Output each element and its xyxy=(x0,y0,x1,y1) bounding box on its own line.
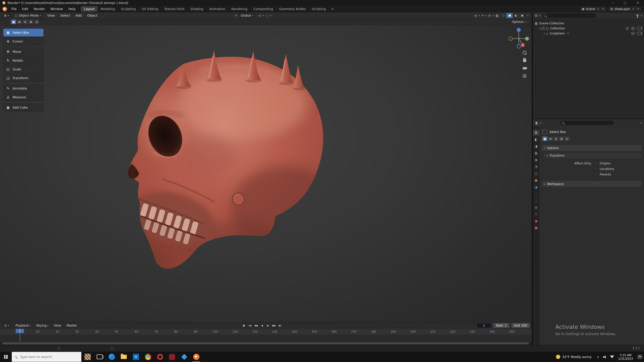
tool-select-mode-extend-icon[interactable]: ⊞ xyxy=(548,137,553,141)
mode-dropdown[interactable]: ▢ Object Mode ▾ xyxy=(13,13,43,18)
menu-window[interactable]: Window xyxy=(48,7,66,11)
menu-edit[interactable]: Edit xyxy=(19,7,31,11)
snap-dropdown-icon[interactable]: ▾ xyxy=(263,14,264,17)
properties-tab-object[interactable]: ▣ xyxy=(533,177,539,183)
expander-icon[interactable]: ▾ xyxy=(539,27,541,30)
properties-search-input[interactable] xyxy=(560,121,614,125)
outliner-row-icosphere[interactable]: ▸△Icosphere▽ xyxy=(533,31,644,36)
search-input[interactable] xyxy=(19,355,78,359)
taskbar-app-media[interactable] xyxy=(166,352,178,362)
render-visibility-checkbox[interactable]: ✓ xyxy=(626,27,629,30)
skull-model[interactable] xyxy=(125,48,326,275)
workspace-tab-scripting[interactable]: Scripting xyxy=(309,6,329,12)
transport-play-reverse[interactable]: ◀ xyxy=(260,324,264,327)
tool-select-box[interactable]: ▦Select Box xyxy=(3,29,44,36)
properties-tab-tool[interactable]: ⚙ xyxy=(533,130,539,135)
close-button[interactable]: ✕ xyxy=(631,0,644,6)
workspace-tab-uv-editing[interactable]: UV Editing xyxy=(139,6,161,12)
menu-help[interactable]: Help xyxy=(66,7,78,11)
taskbar-app-gem[interactable] xyxy=(178,352,190,362)
network-icon[interactable] xyxy=(609,355,616,358)
section-transform[interactable]: ▾ Transform xyxy=(544,153,641,158)
properties-tab-material[interactable]: ◉ xyxy=(533,218,539,224)
expander-icon[interactable]: ▸ xyxy=(544,32,545,35)
scene-selector[interactable]: ▣ Scene + ✕ xyxy=(580,7,607,11)
properties-tab-modifiers[interactable]: ◪ xyxy=(533,184,539,190)
new-scene-button[interactable]: + xyxy=(597,7,600,11)
chevron-down-icon[interactable]: ▾ xyxy=(479,14,480,17)
tool-transform[interactable]: ◲Transform xyxy=(3,74,44,82)
unlink-scene-button[interactable]: ✕ xyxy=(601,7,605,11)
timeline-editor-selector[interactable]: ◷ ▾ xyxy=(2,323,11,328)
chevron-down-icon[interactable]: ▾ xyxy=(640,122,641,124)
workspace-tab-shading[interactable]: Shading xyxy=(187,6,206,12)
checkbox-locations[interactable] xyxy=(594,167,598,171)
tool-rotate[interactable]: ↻Rotate xyxy=(3,57,44,64)
viewport-menu-select[interactable]: Select xyxy=(58,14,73,17)
properties-tab-view-layer[interactable]: ▥ xyxy=(533,150,539,156)
shading-material-button[interactable]: ◐ xyxy=(513,13,519,18)
timeline-track[interactable] xyxy=(0,335,532,342)
start-button[interactable] xyxy=(0,352,12,362)
timeline-menu-playback[interactable]: Playback ▾ xyxy=(13,324,33,327)
tool-select-mode-new-icon[interactable]: ▣ xyxy=(542,137,547,141)
workspace-tab-texture-paint[interactable]: Texture Paint xyxy=(161,6,187,12)
start-frame-field[interactable]: Start 1 xyxy=(493,323,509,328)
section-options[interactable]: ▾ Options xyxy=(542,145,641,151)
properties-tab-texture[interactable]: ▦ xyxy=(533,225,539,231)
show-gizmo-icon[interactable]: ⌖ xyxy=(482,14,484,18)
tool-annotate[interactable]: ✎Annotate xyxy=(3,84,44,92)
transport-next-keyframe[interactable]: ▶▶ xyxy=(272,324,276,327)
clock[interactable]: 7:15 AM 1/31/2023 xyxy=(616,353,635,360)
chevron-down-icon[interactable]: ▾ xyxy=(540,122,542,124)
workspace-tab-compositing[interactable]: Compositing xyxy=(250,6,276,12)
snap-magnet-icon[interactable]: ∪ xyxy=(258,14,261,17)
viewport-menu-add[interactable]: Add xyxy=(73,14,84,17)
tool-measure[interactable]: ∡Measure xyxy=(3,93,44,101)
tool-cursor[interactable]: ⊕Cursor xyxy=(3,37,44,45)
playhead-frame-badge[interactable]: 1 xyxy=(16,329,24,333)
select-mode-subtract-icon[interactable]: ⊟ xyxy=(23,20,28,24)
workspace-tab-sculpting[interactable]: Sculpting xyxy=(118,6,139,12)
hide-in-viewport-icon[interactable] xyxy=(631,32,635,35)
show-hidden-icons-button[interactable]: ∧ xyxy=(594,355,601,359)
workspace-tab-layout[interactable]: Layout xyxy=(81,6,98,12)
select-mode-extend-icon[interactable]: ⊞ xyxy=(17,20,22,24)
shading-dropdown-icon[interactable]: ▾ xyxy=(527,14,528,17)
hide-in-viewport-icon[interactable] xyxy=(631,27,635,30)
proportional-editing-icon[interactable]: ◌ xyxy=(265,14,268,17)
taskbar-app-blender[interactable] xyxy=(190,352,202,362)
taskbar-search[interactable] xyxy=(12,352,82,362)
toggle-orthographic-icon[interactable] xyxy=(522,74,527,78)
taskbar-app-mail[interactable]: ✉ xyxy=(130,352,142,362)
properties-tab-collection[interactable]: ▢ xyxy=(533,170,539,176)
navigation-gizmo[interactable]: Y X xyxy=(507,27,530,50)
zoom-view-icon[interactable] xyxy=(522,50,527,55)
select-mode-new-icon[interactable]: ▣ xyxy=(11,20,16,24)
tool-scale[interactable]: ◱Scale xyxy=(3,65,44,73)
properties-tab-scene[interactable]: ◍ xyxy=(533,157,539,163)
outliner-row-collection[interactable]: ▾✓▢Collection✓ xyxy=(533,26,644,31)
taskbar-app-edge[interactable] xyxy=(106,352,118,362)
tool-select-mode-invert-icon[interactable]: ⊠ xyxy=(559,137,564,141)
transport-auto-keying[interactable]: ● xyxy=(242,324,246,327)
shading-solid-button[interactable]: ● xyxy=(506,13,513,18)
properties-tab-render[interactable]: ◧ xyxy=(533,137,539,142)
transport-previous-keyframe[interactable]: ◀◀ xyxy=(254,324,258,327)
viewport-menu-object[interactable]: Object xyxy=(85,14,100,17)
taskbar-app-opera[interactable] xyxy=(154,352,166,362)
properties-tab-data[interactable]: ▽ xyxy=(533,211,539,217)
checkbox-parents[interactable] xyxy=(594,172,598,176)
add-view-layer-button[interactable]: + xyxy=(632,7,635,11)
taskbar-app-task-view[interactable] xyxy=(94,352,106,362)
transport-jump-to-start[interactable]: |◀ xyxy=(248,324,252,327)
timeline-menu-keying[interactable]: Keying ▾ xyxy=(33,324,51,327)
checkbox-origins[interactable] xyxy=(594,161,598,165)
current-frame-field[interactable]: 1 xyxy=(477,323,491,328)
transform-orientation-dropdown[interactable]: Global ▾ xyxy=(239,13,255,18)
menu-render[interactable]: Render xyxy=(31,7,48,11)
chevron-down-icon[interactable]: ▾ xyxy=(539,14,540,17)
menu-file[interactable]: File xyxy=(9,7,19,11)
blender-menu-icon[interactable] xyxy=(3,7,7,11)
select-mode-intersect-icon[interactable]: ⊡ xyxy=(34,20,39,24)
